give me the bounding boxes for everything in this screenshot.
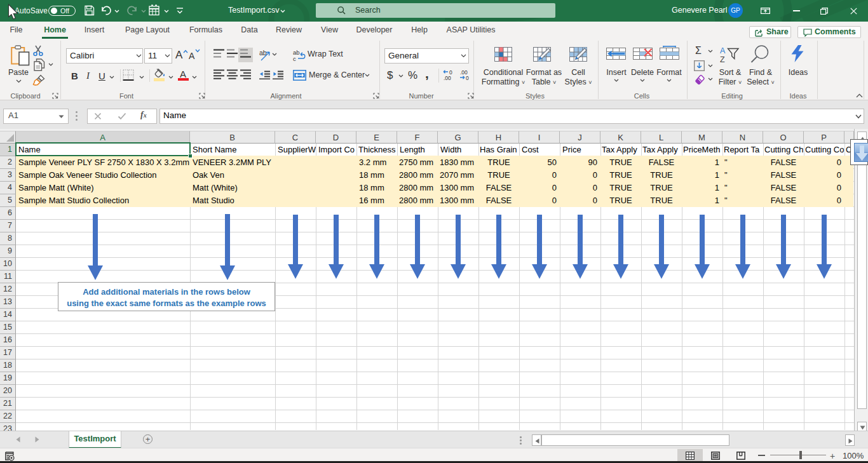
svg-text:c: c (293, 55, 296, 62)
svg-text:.00: .00 (444, 75, 451, 81)
svg-text:A: A (720, 46, 726, 55)
svg-text:Z: Z (720, 55, 725, 63)
svg-text:0: 0 (466, 75, 469, 81)
